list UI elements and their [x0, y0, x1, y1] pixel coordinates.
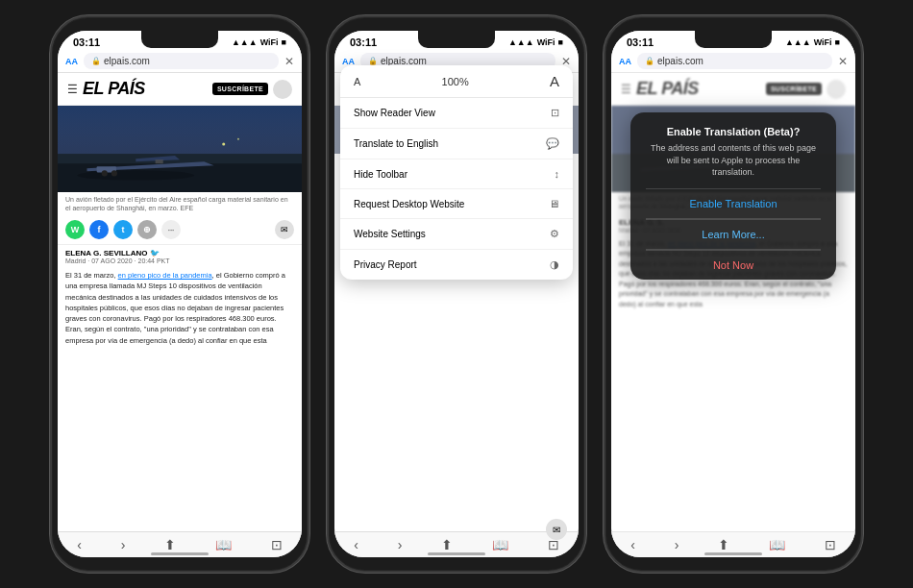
lock-icon-1: 🔒 [91, 57, 101, 65]
author-date-1: Madrid · 07 AGO 2020 · 20:44 PKT [65, 257, 294, 264]
url-bar-3[interactable]: 🔒 elpais.com [637, 53, 832, 69]
email-icon[interactable]: ✉ [275, 220, 294, 239]
notch-1 [141, 31, 218, 48]
svg-rect-6 [156, 159, 163, 163]
close-button-3[interactable]: ✕ [838, 55, 848, 68]
wifi-icon-2: WiFi [537, 37, 555, 47]
hide-toolbar-icon: ↕ [555, 168, 560, 180]
translate-label: Translate to English [354, 138, 438, 149]
forward-icon-2[interactable]: › [398, 537, 403, 552]
privacy-report-item[interactable]: Privacy Report ◑ [340, 250, 573, 280]
share-nav-icon-2[interactable]: ⬆ [441, 537, 453, 552]
tabs-icon-3[interactable]: ⊡ [825, 537, 836, 552]
hamburger-icon-1[interactable]: ☰ [67, 83, 78, 96]
learn-more-btn[interactable]: Learn More... [646, 220, 821, 250]
request-desktop-icon: 🖥 [549, 198, 559, 209]
request-desktop-item[interactable]: Request Desktop Website 🖥 [340, 189, 573, 219]
status-time-3: 03:11 [627, 37, 654, 48]
website-settings-icon: ⚙ [550, 228, 559, 240]
hide-toolbar-label: Hide Toolbar [354, 169, 407, 180]
more-icon[interactable]: ··· [161, 220, 181, 239]
signal-icon-1: ▲▲▲ [232, 37, 258, 47]
screen-3: 03:11 ▲▲▲ WiFi ■ AA 🔒 elpais.com ✕ ☰ EL … [611, 31, 855, 557]
svg-point-8 [102, 170, 108, 176]
page-content-1: ☰ EL PAÍS SUSCRÍBETE [58, 73, 302, 531]
whatsapp-icon[interactable]: W [65, 220, 85, 239]
status-icons-3: ▲▲▲ WiFi ■ [785, 37, 840, 47]
share-nav-icon-1[interactable]: ⬆ [164, 537, 176, 552]
status-icons-1: ▲▲▲ WiFi ■ [232, 37, 286, 47]
article-image-1 [58, 106, 302, 192]
website-settings-item[interactable]: Website Settings ⚙ [340, 219, 573, 250]
home-indicator-1 [151, 552, 209, 555]
status-time-1: 03:11 [73, 37, 100, 48]
subscribe-btn-3: SUSCRÍBETE [766, 83, 822, 95]
translation-dialog: Enable Translation (Beta)? The address a… [630, 112, 836, 280]
dialog-body: The address and contents of this web pag… [646, 142, 821, 179]
bookmarks-icon-1[interactable]: 📖 [215, 537, 232, 552]
tabs-icon-1[interactable]: ⊡ [271, 537, 283, 552]
font-decrease-btn[interactable]: A [354, 76, 360, 87]
article-body-1: El 31 de marzo, en pleno pico de la pand… [58, 266, 302, 350]
font-size-row: A 100% A [340, 65, 573, 98]
facebook-icon[interactable]: f [89, 220, 109, 239]
battery-icon-2: ■ [558, 37, 563, 47]
url-text-3: elpais.com [657, 56, 703, 66]
dropdown-menu[interactable]: A 100% A Show Reader View ⊡ Translate to… [340, 65, 573, 280]
dialog-title: Enable Translation (Beta)? [646, 126, 821, 137]
aa-button-1[interactable]: AA [65, 57, 78, 66]
hamburger-icon-3: ☰ [621, 83, 631, 96]
author-section-1: ELENA G. SEVILLANO 🐦 Madrid · 07 AGO 202… [58, 245, 302, 266]
translate-icon: 💬 [546, 137, 559, 150]
signal-icon-3: ▲▲▲ [785, 37, 811, 47]
hide-toolbar-item[interactable]: Hide Toolbar ↕ [340, 159, 573, 189]
site-header-1: ☰ EL PAÍS SUSCRÍBETE [58, 73, 302, 106]
bg-planes-1 [58, 106, 302, 192]
image-caption-1: Un avión fletado por el Ejército del Air… [58, 192, 302, 215]
url-text-1: elpais.com [104, 56, 150, 66]
screen-1: 03:11 ▲▲▲ WiFi ■ AA 🔒 elpais.com ✕ ☰ EL … [58, 31, 302, 557]
aa-button-2[interactable]: AA [342, 57, 355, 66]
back-icon-3[interactable]: ‹ [630, 537, 635, 552]
bookmarks-icon-3[interactable]: 📖 [769, 537, 785, 552]
enable-translation-btn[interactable]: Enable Translation [646, 189, 821, 219]
privacy-report-label: Privacy Report [354, 259, 417, 270]
translate-item[interactable]: Translate to English 💬 [340, 129, 573, 159]
lock-icon-3: 🔒 [645, 57, 654, 65]
font-increase-btn[interactable]: A [550, 73, 559, 89]
url-bar-1[interactable]: 🔒 elpais.com [84, 53, 279, 69]
signal-icon-2: ▲▲▲ [508, 37, 534, 47]
forward-icon-1[interactable]: › [121, 537, 126, 552]
site-logo-1: EL PAÍS [83, 79, 145, 99]
font-percent: 100% [368, 76, 542, 87]
battery-icon-3: ■ [835, 37, 840, 47]
phone-3: 03:11 ▲▲▲ WiFi ■ AA 🔒 elpais.com ✕ ☰ EL … [604, 15, 863, 573]
share-icon[interactable]: ⊕ [137, 220, 157, 239]
aa-button-3[interactable]: AA [619, 57, 631, 66]
svg-rect-10 [58, 106, 302, 154]
reader-view-icon: ⊡ [551, 107, 559, 119]
notch-2 [418, 31, 495, 48]
subscribe-btn-1[interactable]: SUSCRÍBETE [212, 83, 268, 95]
article-link-1[interactable]: en pleno pico de la pandemia [118, 271, 212, 280]
phone-1: 03:11 ▲▲▲ WiFi ■ AA 🔒 elpais.com ✕ ☰ EL … [50, 15, 309, 573]
phone-2: 03:11 ▲▲▲ WiFi ■ AA 🔒 elpais.com ✕ A 100… [327, 15, 586, 573]
svg-point-9 [111, 170, 117, 176]
wifi-icon-3: WiFi [814, 37, 832, 47]
show-reader-view-item[interactable]: Show Reader View ⊡ [340, 98, 573, 129]
twitter-icon[interactable]: t [113, 220, 133, 239]
bookmarks-icon-2[interactable]: 📖 [492, 537, 508, 552]
notch-3 [695, 31, 772, 48]
back-icon-1[interactable]: ‹ [77, 537, 82, 552]
not-now-btn[interactable]: Not Now [646, 251, 821, 280]
address-bar-3: AA 🔒 elpais.com ✕ [611, 50, 855, 73]
screen-2: 03:11 ▲▲▲ WiFi ■ AA 🔒 elpais.com ✕ A 100… [334, 31, 579, 557]
home-indicator-2 [428, 552, 485, 555]
close-button-1[interactable]: ✕ [284, 55, 294, 68]
author-name-1: ELENA G. SEVILLANO 🐦 [65, 249, 294, 257]
back-icon-2[interactable]: ‹ [354, 537, 358, 552]
wifi-icon-1: WiFi [260, 37, 279, 47]
share-nav-icon-3[interactable]: ⬆ [718, 537, 729, 552]
forward-icon-3[interactable]: › [675, 537, 679, 552]
status-icons-2: ▲▲▲ WiFi ■ [508, 37, 563, 47]
